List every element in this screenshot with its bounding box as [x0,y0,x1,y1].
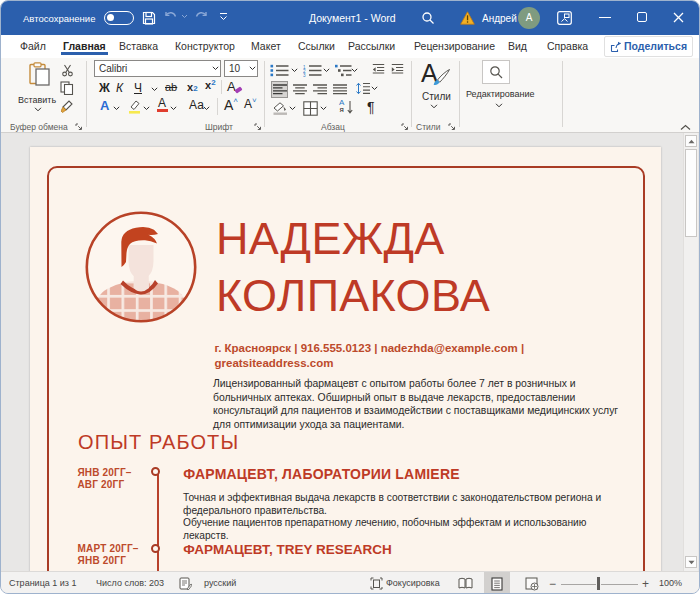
svg-text:3: 3 [303,73,306,77]
